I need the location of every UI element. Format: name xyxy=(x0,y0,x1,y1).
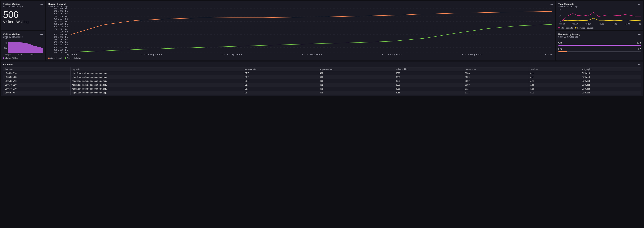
table-cell: 8965 xyxy=(394,75,464,79)
chart-legend: Visitors Waiting xyxy=(3,57,43,59)
table-cell: https://queue-demo.edgecompute.app/ xyxy=(70,83,243,87)
kpi-label: Visitors Waiting xyxy=(3,20,43,24)
svg-text:9.2 k: 9.2 k xyxy=(54,26,68,28)
svg-text:8.6 k: 8.6 k xyxy=(54,41,68,43)
svg-text:9.4 k: 9.4 k xyxy=(54,20,68,22)
panel-menu-icon[interactable]: ••• xyxy=(638,33,641,36)
svg-text:9.7 k: 9.7 k xyxy=(54,12,68,15)
svg-text:1:05pm: 1:05pm xyxy=(572,22,578,25)
table-cell: false xyxy=(528,91,580,95)
svg-text:500: 500 xyxy=(4,47,7,49)
column-header[interactable]: visitorposition xyxy=(394,67,464,71)
svg-text:9.5 k: 9.5 k xyxy=(54,18,68,20)
svg-text:9.3 k: 9.3 k xyxy=(54,23,68,25)
svg-text:1:10pm: 1:10pm xyxy=(585,22,591,25)
svg-text:1:05pm: 1:05pm xyxy=(140,53,162,55)
svg-text:1:30p: 1:30p xyxy=(544,53,553,55)
table-row[interactable]: 13:05:30.463https://queue-demo.edgecompu… xyxy=(3,75,641,79)
requests-table[interactable]: timestamprequesturlrequestmethodresponse… xyxy=(3,67,641,95)
panel-visitors-kpi: Visitors Waiting Since 30 minutes ago ••… xyxy=(1,1,45,30)
table-row[interactable]: 13:05:26.316https://queue-demo.edgecompu… xyxy=(3,71,641,75)
svg-text:8.5 k: 8.5 k xyxy=(54,44,68,46)
svg-text:1:25pm: 1:25pm xyxy=(461,53,483,55)
bar-fill xyxy=(558,51,567,52)
chart-legend: Total Requests Permitted Requests xyxy=(558,27,641,29)
column-header[interactable]: timestamp xyxy=(3,67,70,71)
table-row[interactable]: 13:05:51.403https://queue-demo.edgecompu… xyxy=(3,91,641,95)
svg-text:1:00pm: 1:00pm xyxy=(5,53,10,55)
country-row: US66 xyxy=(558,48,641,52)
panel-title: Visitors Waiting xyxy=(3,33,22,35)
chart-area[interactable]: 9.9 k9.8 k9.7 k9.6 k9.5 k9.4 k9.3 k9.2 k… xyxy=(48,8,553,56)
column-header[interactable]: permitted xyxy=(528,67,580,71)
table-cell: https://queue-demo.edgecompute.app/ xyxy=(70,87,243,91)
panel-subtitle: Since 30 minutes ago xyxy=(3,5,22,8)
column-header[interactable]: responsestatus xyxy=(318,67,394,71)
panel-title: Visitors Waiting xyxy=(3,3,22,5)
legend-swatch xyxy=(575,27,576,28)
country-label: GB xyxy=(558,41,562,44)
panel-menu-icon[interactable]: ••• xyxy=(40,3,43,6)
table-cell: GET xyxy=(243,87,318,91)
table-cell: 401 xyxy=(318,87,394,91)
table-cell: 401 xyxy=(318,75,394,79)
svg-text:1:30: 1:30 xyxy=(639,22,641,25)
svg-text:1:30: 1:30 xyxy=(41,53,43,55)
column-header[interactable]: requesturl xyxy=(70,67,243,71)
panel-menu-icon[interactable]: ••• xyxy=(550,3,553,6)
legend-label: Permitted Visitors xyxy=(67,57,81,59)
panel-subtitle: Since 30 minutes ago xyxy=(48,5,68,8)
svg-text:9.9 k: 9.9 k xyxy=(54,8,68,9)
table-cell: https://queue-demo.edgecompute.app/ xyxy=(70,75,243,79)
column-header[interactable]: requestmethod xyxy=(243,67,318,71)
bar-track xyxy=(558,45,641,46)
chart-area[interactable]: 402001:00pm1:05pm1:10pm1:15pm1:20pm1:25p… xyxy=(558,8,641,26)
svg-text:40: 40 xyxy=(560,8,561,11)
table-cell: EU-West xyxy=(580,83,641,87)
bar-fill xyxy=(558,45,641,46)
svg-text:9.8 k: 9.8 k xyxy=(54,10,68,12)
chart-legend: Queue Length Permitted Visitors xyxy=(48,57,553,59)
svg-text:1:15pm: 1:15pm xyxy=(300,53,322,55)
table-cell: https://queue-demo.edgecompute.app/ xyxy=(70,91,243,95)
table-cell: 8965 xyxy=(394,83,464,87)
column-header[interactable]: fastlyregion xyxy=(580,67,641,71)
panel-menu-icon[interactable]: ••• xyxy=(638,3,641,6)
table-cell: GET xyxy=(243,83,318,87)
table-cell: GET xyxy=(243,79,318,83)
svg-text:1:15pm: 1:15pm xyxy=(598,22,604,25)
table-row[interactable]: 13:05:35.716https://queue-demo.edgecompu… xyxy=(3,79,641,83)
panel-current-demand: Current Demand Since 30 minutes ago ••• … xyxy=(46,1,555,60)
table-cell: GET xyxy=(243,91,318,95)
svg-text:1 k: 1 k xyxy=(5,42,7,44)
svg-text:1:00pm: 1:00pm xyxy=(559,22,565,25)
chart-area[interactable]: 1.5 k1 k50001:00pm1:10pm1:20pm1:30 xyxy=(3,38,43,56)
svg-text:9 k: 9 k xyxy=(59,31,68,33)
panel-title: Current Demand xyxy=(48,3,68,5)
svg-text:1:10pm: 1:10pm xyxy=(17,53,22,55)
svg-text:1.5 k: 1.5 k xyxy=(4,38,7,39)
svg-text:1:10pm: 1:10pm xyxy=(220,53,242,55)
panel-subtitle: Since 30 minutes ago xyxy=(3,36,22,38)
table-row[interactable]: 13:05:46.239https://queue-demo.edgecompu… xyxy=(3,87,641,91)
svg-text:1:20pm: 1:20pm xyxy=(380,53,402,55)
svg-text:1:25pm: 1:25pm xyxy=(624,22,630,25)
table-cell: 8314 xyxy=(464,91,528,95)
svg-text:8.3 k: 8.3 k xyxy=(54,49,68,51)
svg-text:0pm: 0pm xyxy=(64,53,77,55)
panel-menu-icon[interactable]: ••• xyxy=(40,33,43,36)
table-cell: 13:05:35.716 xyxy=(3,79,70,83)
legend-swatch xyxy=(48,57,50,59)
table-row[interactable]: 13:05:40.920https://queue-demo.edgecompu… xyxy=(3,83,641,87)
panel-requests-table: Requests ••• timestamprequesturlrequestm… xyxy=(1,61,643,96)
panel-menu-icon[interactable]: ••• xyxy=(638,63,641,66)
table-cell: 401 xyxy=(318,71,394,75)
table-cell: 13:05:51.403 xyxy=(3,91,70,95)
table-cell: EU-West xyxy=(580,75,641,79)
legend-swatch xyxy=(558,27,560,28)
panel-requests-by-country: Requests by Country Since 30 minutes ago… xyxy=(556,31,643,60)
kpi-value: 506 xyxy=(3,10,43,19)
table-cell: EU-West xyxy=(580,79,641,83)
column-header[interactable]: queuecursor xyxy=(464,67,528,71)
table-cell: EU-West xyxy=(580,87,641,91)
